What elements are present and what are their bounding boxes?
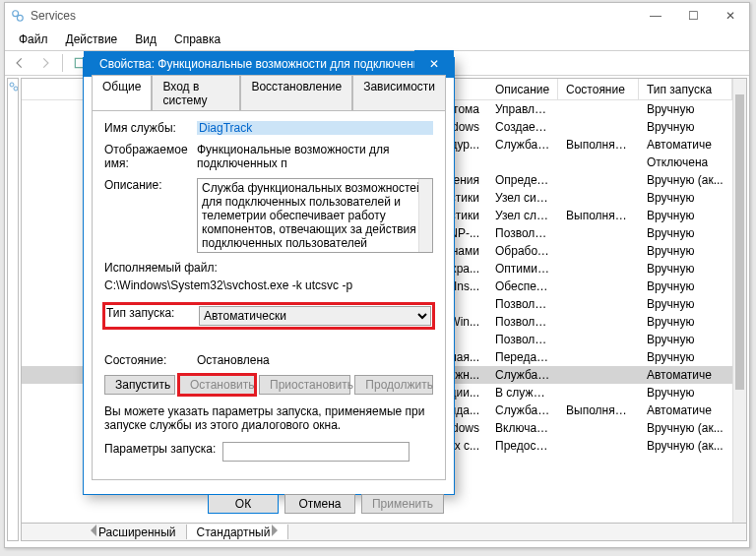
label-state: Состояние: — [104, 353, 197, 367]
value-state: Остановлена — [197, 353, 433, 367]
label-exec: Исполняемый файл: — [104, 261, 433, 275]
label-service-name: Имя службы: — [104, 121, 197, 135]
col-state[interactable]: Состояние — [558, 79, 639, 99]
value-service-name[interactable]: DiagTrack — [197, 121, 433, 135]
menu-help[interactable]: Справка — [166, 31, 228, 48]
separator — [62, 54, 63, 72]
bottom-tabs: Расширенный Стандартный — [21, 524, 747, 541]
properties-dialog: Свойства: Функциональные возможности для… — [83, 57, 455, 495]
ok-button[interactable]: ОК — [208, 494, 279, 514]
list-scrollbar[interactable] — [732, 79, 746, 523]
close-button[interactable]: ✕ — [712, 3, 749, 29]
apply-button: Применить — [361, 494, 444, 514]
dialog-footer: ОК Отмена Применить — [84, 488, 454, 524]
titlebar: Services — ☐ ✕ — [5, 3, 749, 29]
startup-type-select[interactable]: Автоматически — [199, 306, 431, 326]
label-startup-type: Тип запуска: — [106, 306, 199, 320]
menu-action[interactable]: Действие — [58, 31, 126, 48]
dialog-titlebar: Свойства: Функциональные возможности для… — [84, 58, 454, 70]
tab-logon[interactable]: Вход в систему — [152, 75, 240, 111]
minimize-button[interactable]: — — [637, 3, 674, 29]
col-type[interactable]: Тип запуска — [639, 79, 732, 99]
dialog-title: Свойства: Функциональные возможности для… — [99, 57, 422, 71]
value-display-name: Функциональные возможности для подключен… — [197, 143, 433, 170]
value-description[interactable]: Служба функциональных возможностей для п… — [197, 178, 433, 253]
help-text: Вы можете указать параметры запуска, при… — [104, 404, 433, 432]
menubar: Файл Действие Вид Справка — [5, 29, 749, 50]
stop-button: Остановить — [179, 375, 255, 395]
launch-params-input[interactable] — [222, 442, 410, 462]
start-button[interactable]: Запустить — [104, 375, 175, 395]
tab-general[interactable]: Общие — [92, 75, 152, 111]
dialog-tabs: Общие Вход в систему Восстановление Зави… — [84, 70, 454, 110]
forward-button[interactable] — [34, 53, 56, 73]
cancel-button[interactable]: Отмена — [284, 494, 355, 514]
tab-standard[interactable]: Стандартный — [187, 525, 289, 539]
label-params: Параметры запуска: — [104, 442, 222, 456]
col-description[interactable]: Описание — [487, 79, 558, 99]
value-exec: C:\Windows\System32\svchost.exe -k utcsv… — [104, 278, 433, 292]
menu-view[interactable]: Вид — [127, 31, 164, 48]
services-tree-root[interactable] — [8, 79, 19, 95]
svg-point-1 — [17, 15, 23, 21]
menu-file[interactable]: Файл — [11, 31, 56, 48]
label-display-name: Отображаемое имя: — [104, 143, 197, 170]
description-scrollbar[interactable] — [418, 179, 432, 252]
back-button[interactable] — [9, 53, 31, 73]
svg-point-4 — [14, 87, 18, 91]
tab-dependencies[interactable]: Зависимости — [352, 75, 446, 111]
pause-button: Приостановить — [259, 375, 350, 395]
maximize-button[interactable]: ☐ — [674, 3, 712, 29]
tab-extended[interactable]: Расширенный — [81, 525, 187, 539]
label-description: Описание: — [104, 178, 197, 192]
gears-icon — [11, 9, 25, 23]
svg-point-3 — [10, 83, 14, 87]
resume-button: Продолжить — [354, 375, 433, 395]
dialog-body: Имя службы: DiagTrack Отображаемое имя: … — [92, 110, 446, 480]
window-title: Services — [31, 9, 637, 23]
tab-recovery[interactable]: Восстановление — [240, 75, 352, 111]
svg-point-0 — [13, 11, 19, 17]
tree-pane[interactable] — [7, 78, 19, 541]
